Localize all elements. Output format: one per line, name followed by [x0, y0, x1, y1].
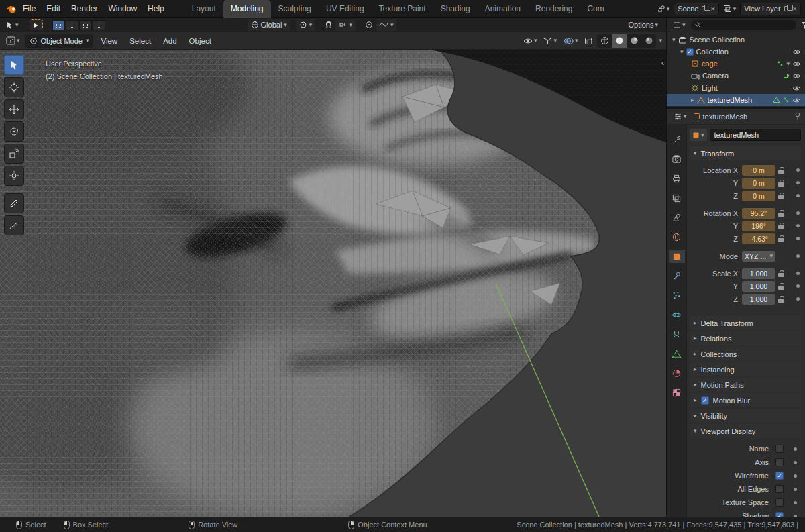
- scale-z-field[interactable]: 1.000: [742, 294, 775, 305]
- menu-file[interactable]: File: [17, 0, 41, 18]
- shadow-checkbox[interactable]: [775, 512, 784, 517]
- pivot-point-dropdown[interactable]: ▾: [296, 19, 316, 31]
- tab-render[interactable]: [669, 152, 685, 166]
- keyframe-dot[interactable]: [796, 284, 800, 288]
- rotation-y-field[interactable]: 196°: [742, 221, 775, 231]
- tab-scene[interactable]: [669, 211, 685, 224]
- tool-rotate[interactable]: [4, 121, 24, 142]
- eye-icon[interactable]: [792, 49, 801, 55]
- properties-breadcrumb[interactable]: texturedMesh: [693, 113, 748, 121]
- shading-rendered-button[interactable]: [641, 34, 656, 48]
- mode-dropdown[interactable]: Object Mode ▾: [25, 34, 94, 48]
- transform-panel-header[interactable]: ▾ Transform: [690, 146, 801, 160]
- tab-texture-paint[interactable]: Texture Paint: [372, 0, 433, 18]
- tab-object-data[interactable]: [669, 347, 685, 360]
- outliner-row-cage[interactable]: cage ▾: [667, 58, 805, 70]
- chevron-down-icon[interactable]: ▾: [786, 61, 790, 67]
- viewlayer-browse-button[interactable]: ▾: [722, 5, 738, 13]
- expander-icon[interactable]: ▾: [680, 49, 684, 55]
- unlink-scene-icon[interactable]: ×: [710, 5, 714, 13]
- menu-render[interactable]: Render: [66, 0, 103, 18]
- tab-modeling[interactable]: Modeling: [223, 0, 271, 18]
- collection-checkbox[interactable]: [686, 48, 694, 56]
- menu-window[interactable]: Window: [103, 0, 142, 18]
- xray-toggle[interactable]: [582, 37, 594, 45]
- material-data-icon[interactable]: [783, 97, 790, 103]
- mesh-data-icon[interactable]: [773, 97, 780, 103]
- outliner-row-camera[interactable]: Camera: [667, 70, 805, 82]
- keyframe-dot[interactable]: [796, 211, 800, 215]
- select-mode-extend[interactable]: [66, 20, 78, 30]
- panel-motion-blur[interactable]: ▸ Motion Blur: [690, 393, 801, 407]
- object-id-dropdown[interactable]: ▾: [690, 129, 707, 141]
- rotation-x-field[interactable]: 95.2°: [742, 208, 775, 219]
- outliner-row-collection[interactable]: ▾ Collection: [667, 46, 805, 58]
- keyframe-dot[interactable]: [794, 501, 797, 504]
- tab-compositing[interactable]: Com: [580, 0, 611, 18]
- overlays-dropdown[interactable]: ▾: [561, 37, 580, 45]
- lock-icon[interactable]: [778, 282, 786, 290]
- tab-output[interactable]: [669, 172, 685, 185]
- keyframe-dot[interactable]: [796, 272, 800, 275]
- viewlayer-selector[interactable]: View Layer ×: [740, 3, 801, 15]
- lock-icon[interactable]: [778, 270, 786, 278]
- outliner-filter-dropdown[interactable]: ▾: [799, 21, 805, 29]
- tab-view-layer[interactable]: [669, 191, 685, 205]
- pin-icon[interactable]: [794, 112, 801, 121]
- tab-tool[interactable]: [669, 133, 685, 146]
- remove-viewlayer-icon[interactable]: ×: [793, 5, 797, 13]
- lock-icon[interactable]: [778, 209, 786, 217]
- keyframe-dot[interactable]: [796, 224, 800, 227]
- texture-space-checkbox[interactable]: [775, 498, 784, 507]
- outliner-row-light[interactable]: Light: [667, 82, 805, 94]
- location-y-field[interactable]: 0 m: [742, 178, 775, 189]
- viewport-canvas[interactable]: User Perspective (2) Scene Collection | …: [0, 50, 666, 517]
- proportional-falloff-dropdown[interactable]: ▾: [376, 19, 397, 31]
- options-dropdown[interactable]: Options ▾: [626, 21, 661, 29]
- tool-annotate[interactable]: [4, 193, 24, 213]
- menu-edit[interactable]: Edit: [41, 0, 66, 18]
- active-tool-button[interactable]: ▶: [30, 19, 43, 30]
- object-name-input[interactable]: [710, 129, 801, 141]
- location-x-field[interactable]: 0 m: [742, 165, 775, 176]
- menu-view[interactable]: View: [96, 37, 122, 45]
- shading-material-button[interactable]: [627, 34, 641, 48]
- eye-icon[interactable]: [792, 73, 801, 79]
- scale-x-field[interactable]: 1.000: [742, 268, 775, 279]
- panel-collections[interactable]: ▸Collections: [690, 347, 801, 361]
- panel-motion-paths[interactable]: ▸Motion Paths: [690, 378, 801, 392]
- expander-icon[interactable]: ▾: [672, 37, 676, 43]
- lock-icon[interactable]: [778, 222, 786, 230]
- region-collapse-chevron[interactable]: ‹: [661, 58, 664, 68]
- viewport-editor-menu[interactable]: ▾: [4, 36, 22, 45]
- scene-browse-button[interactable]: ▾: [655, 5, 672, 13]
- gizmos-dropdown[interactable]: ▾: [541, 36, 559, 45]
- tab-uv-editing[interactable]: UV Editing: [319, 0, 372, 18]
- lock-icon[interactable]: [778, 192, 786, 200]
- proportional-editing-toggle[interactable]: [362, 21, 376, 29]
- properties-editor-menu[interactable]: ▾: [671, 113, 690, 121]
- panel-delta-transform[interactable]: ▸Delta Transform: [690, 316, 801, 330]
- keyframe-dot[interactable]: [794, 488, 797, 491]
- eye-icon[interactable]: [792, 85, 801, 91]
- location-z-field[interactable]: 0 m: [742, 191, 775, 201]
- keyframe-dot[interactable]: [796, 297, 800, 301]
- outliner-search-input[interactable]: [704, 21, 792, 29]
- expander-icon[interactable]: ▸: [691, 97, 694, 103]
- panel-visibility[interactable]: ▸Visibility: [690, 409, 801, 423]
- shading-solid-button[interactable]: [612, 34, 627, 48]
- keyframe-dot[interactable]: [794, 474, 797, 478]
- snap-toggle[interactable]: [322, 21, 335, 29]
- rotation-z-field[interactable]: -4.63°: [742, 233, 775, 244]
- new-scene-icon[interactable]: [702, 6, 707, 11]
- eye-icon[interactable]: [792, 61, 801, 67]
- tab-sculpting[interactable]: Sculpting: [271, 0, 319, 18]
- select-mode-new[interactable]: [52, 20, 65, 30]
- menu-help[interactable]: Help: [142, 0, 170, 18]
- snap-settings-dropdown[interactable]: ▾: [335, 19, 356, 31]
- scene-selector[interactable]: Scene ×: [674, 3, 719, 15]
- lock-icon[interactable]: [778, 295, 786, 303]
- panel-instancing[interactable]: ▸Instancing: [690, 362, 801, 376]
- all-edges-checkbox[interactable]: [775, 485, 784, 493]
- tab-world[interactable]: [669, 230, 685, 244]
